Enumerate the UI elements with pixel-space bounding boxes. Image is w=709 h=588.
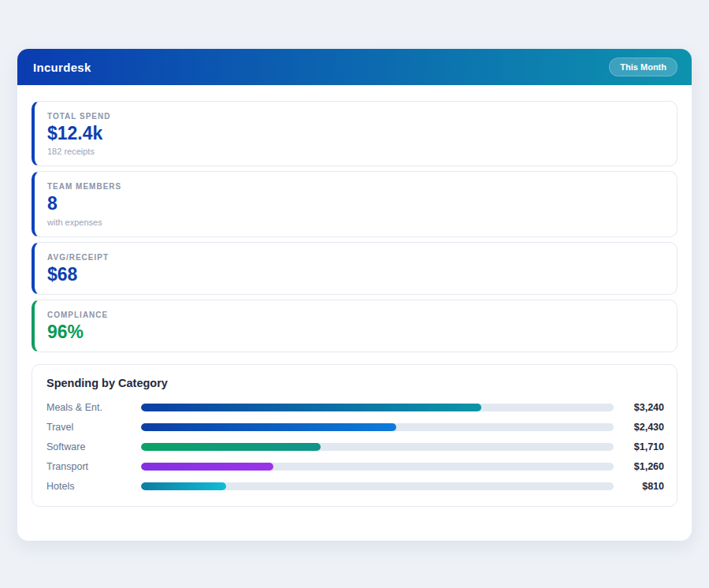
chart-bar-fill	[141, 463, 273, 471]
chart-row-value: $810	[614, 481, 664, 492]
chart-row: Meals & Ent. $3,240	[46, 397, 664, 417]
chart-row-label: Hotels	[46, 481, 141, 492]
stat-card-team-members: TEAM MEMBERS 8 with expenses	[32, 171, 677, 236]
chart-bar-track	[141, 443, 614, 451]
chart-row: Software $1,710	[46, 437, 664, 456]
chart-row: Transport $1,260	[46, 456, 664, 476]
stat-label: AVG/RECEIPT	[47, 253, 664, 262]
expense-dashboard-card: Incurdesk This Month TOTAL SPEND $12.4k …	[17, 49, 692, 541]
stat-subtext: 182 receipts	[47, 147, 664, 156]
chart-bar-fill	[141, 482, 226, 490]
chart-row-label: Software	[46, 441, 141, 452]
chart-bar-track	[141, 463, 614, 471]
chart-row-label: Transport	[46, 461, 141, 472]
chart-bar-track	[141, 423, 614, 431]
chart-row-label: Meals & Ent.	[46, 402, 141, 413]
stats-container: TOTAL SPEND $12.4k 182 receipts TEAM MEM…	[32, 101, 677, 352]
spending-chart-card: Spending by Category Meals & Ent. $3,240…	[32, 364, 677, 507]
chart-bar-fill	[141, 404, 481, 411]
app-title: Incurdesk	[33, 61, 91, 74]
stat-value: $12.4k	[47, 124, 664, 143]
chart-bar-track	[141, 404, 614, 411]
chart-row-value: $1,260	[614, 461, 664, 472]
chart-bar-fill	[141, 423, 396, 431]
stat-value: 96%	[47, 322, 664, 342]
stat-subtext: with expenses	[47, 218, 664, 227]
period-badge[interactable]: This Month	[609, 58, 677, 76]
chart-bar-fill	[141, 443, 321, 451]
chart-title: Spending by Category	[46, 377, 664, 389]
stat-card-compliance: COMPLIANCE 96%	[32, 300, 677, 352]
stat-label: TOTAL SPEND	[47, 112, 664, 121]
app-body: TOTAL SPEND $12.4k 182 receipts TEAM MEM…	[17, 85, 692, 507]
chart-row-value: $1,710	[614, 441, 664, 452]
chart-row-value: $2,430	[614, 422, 664, 433]
stat-label: TEAM MEMBERS	[47, 182, 664, 191]
app-header: Incurdesk This Month	[17, 49, 692, 85]
stat-card-total-spend: TOTAL SPEND $12.4k 182 receipts	[32, 101, 677, 166]
chart-row: Travel $2,430	[46, 417, 664, 437]
stat-value: $68	[47, 265, 664, 285]
stat-value: 8	[47, 194, 664, 214]
stat-label: COMPLIANCE	[47, 311, 664, 319]
chart-row-value: $3,240	[614, 402, 664, 413]
chart-bar-track	[141, 482, 614, 490]
stat-card-avg-receipt: AVG/RECEIPT $68	[32, 242, 677, 295]
chart-row: Hotels $810	[46, 476, 664, 496]
chart-row-label: Travel	[46, 422, 141, 433]
chart-rows: Meals & Ent. $3,240 Travel $2,430 Softwa…	[46, 397, 664, 496]
